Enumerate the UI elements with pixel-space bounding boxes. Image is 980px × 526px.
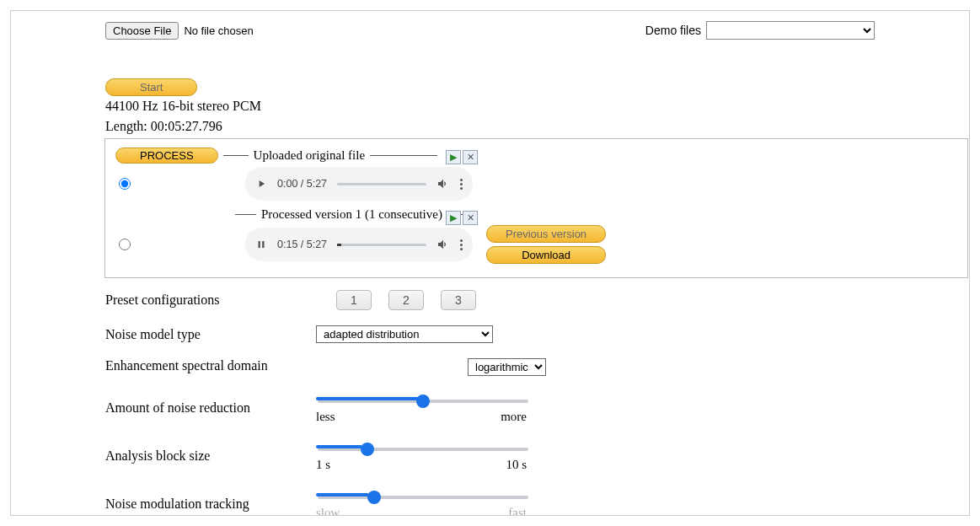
block-size-left-label: 1 s <box>316 458 330 472</box>
original-player: ▶ ✕ 0:00 / 5:27 <box>245 167 473 201</box>
close-icon[interactable]: ✕ <box>463 150 478 164</box>
modulation-row: Noise modulation tracking slow fast <box>105 487 645 516</box>
modulation-slider[interactable] <box>318 496 528 499</box>
processed-player: ▶ ✕ 0:15 / 5:27 <box>245 228 473 261</box>
domain-row: Enhancement spectral domain logarithmic <box>105 358 645 376</box>
download-button[interactable]: Download <box>486 246 606 264</box>
original-time: 0:00 / 5:27 <box>277 178 327 190</box>
preset-1-button[interactable]: 1 <box>336 290 372 310</box>
volume-icon[interactable] <box>436 177 450 191</box>
block-size-row: Analysis block size 1 s 10 s <box>105 439 645 472</box>
noise-reduction-slider[interactable] <box>318 400 528 403</box>
audio-format: 44100 Hz 16-bit stereo PCM <box>105 98 969 115</box>
play-icon[interactable]: ▶ <box>446 211 461 225</box>
processed-mini-controls: ▶ ✕ <box>446 211 478 225</box>
content: Start 44100 Hz 16-bit stereo PCM Length:… <box>11 46 969 516</box>
play-icon[interactable] <box>255 178 267 190</box>
noise-reduction-label: Amount of noise reduction <box>105 400 316 416</box>
kebab-icon[interactable] <box>460 179 463 190</box>
file-chooser: Choose File No file chosen <box>105 22 254 40</box>
audio-length: Length: 00:05:27.796 <box>105 118 969 135</box>
processed-radio[interactable] <box>119 239 131 250</box>
preset-label: Preset configurations <box>105 293 316 308</box>
preset-row: Preset configurations 1 2 3 <box>105 290 645 310</box>
processed-seek-track[interactable] <box>337 244 426 246</box>
preset-2-button[interactable]: 2 <box>388 290 424 310</box>
domain-label: Enhancement spectral domain <box>105 358 316 373</box>
noise-reduction-row: Amount of noise reduction less more <box>105 391 645 424</box>
original-heading: Uploaded original file <box>254 148 365 163</box>
processed-time: 0:15 / 5:27 <box>277 239 327 250</box>
demo-files-row: Demo files <box>645 21 875 40</box>
preset-3-button[interactable]: 3 <box>441 290 476 310</box>
modulation-right-label: fast <box>508 506 527 516</box>
processed-side-buttons: Previous version Download <box>486 225 606 264</box>
noise-model-row: Noise model type adapted distribution <box>105 325 645 343</box>
original-player-row: ▶ ✕ 0:00 / 5:27 <box>115 167 959 201</box>
settings-block: Preset configurations 1 2 3 Noise model … <box>105 290 645 516</box>
block-size-slider[interactable] <box>318 448 528 451</box>
players-panel: PROCESS Uploaded original file ▶ ✕ 0:00 … <box>104 138 968 278</box>
close-icon[interactable]: ✕ <box>463 211 478 225</box>
topbar: Choose File No file chosen Demo files <box>11 11 969 46</box>
noise-model-select[interactable]: adapted distribution <box>316 325 493 343</box>
original-radio[interactable] <box>119 178 131 190</box>
modulation-left-label: slow <box>316 506 340 516</box>
file-chooser-status: No file chosen <box>184 24 253 37</box>
demo-files-label: Demo files <box>645 24 701 37</box>
start-button[interactable]: Start <box>105 78 197 96</box>
block-size-right-label: 10 s <box>506 458 527 472</box>
app-frame: Choose File No file chosen Demo files St… <box>10 10 970 516</box>
previous-version-button[interactable]: Previous version <box>486 225 606 243</box>
domain-select[interactable]: logarithmic <box>468 358 546 376</box>
noise-model-label: Noise model type <box>105 327 316 342</box>
noise-reduction-left-label: less <box>316 410 335 424</box>
process-button[interactable]: PROCESS <box>115 148 218 164</box>
noise-reduction-right-label: more <box>501 410 527 424</box>
modulation-label: Noise modulation tracking <box>105 496 316 512</box>
kebab-icon[interactable] <box>460 239 463 250</box>
choose-file-button[interactable]: Choose File <box>105 22 179 40</box>
demo-files-select[interactable] <box>706 21 875 40</box>
original-mini-controls: ▶ ✕ <box>446 150 478 164</box>
original-seek-track[interactable] <box>337 183 426 185</box>
processed-heading: Processed version 1 (1 consecutive) <box>261 207 442 222</box>
pause-icon[interactable] <box>255 239 267 250</box>
block-size-label: Analysis block size <box>105 448 316 464</box>
play-icon[interactable]: ▶ <box>446 150 461 164</box>
processed-player-row: ▶ ✕ 0:15 / 5:27 Previou <box>115 225 959 264</box>
volume-icon[interactable] <box>436 238 450 251</box>
preset-buttons: 1 2 3 <box>336 290 645 310</box>
